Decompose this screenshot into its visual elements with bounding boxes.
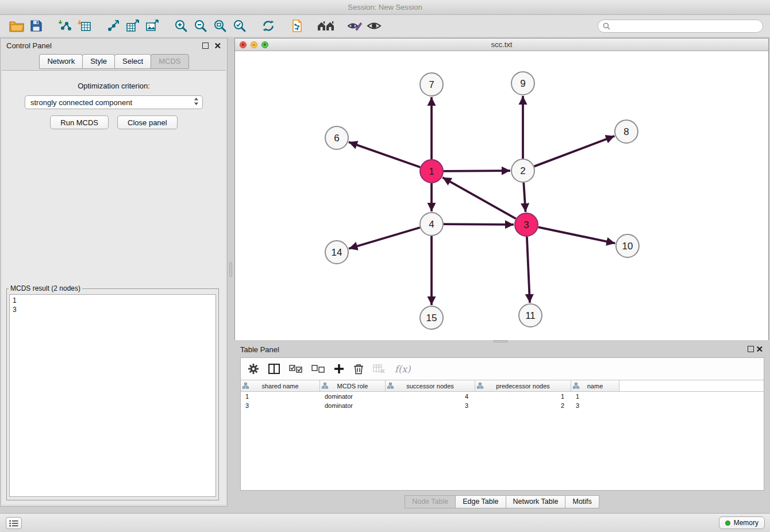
graph-node-11[interactable]: 11 bbox=[519, 304, 542, 327]
table-row[interactable]: 3dominator323 bbox=[241, 401, 764, 410]
graph-node-14[interactable]: 14 bbox=[325, 241, 348, 264]
memory-button[interactable]: Memory bbox=[719, 516, 765, 529]
close-table-panel-icon[interactable]: ✕ bbox=[756, 344, 763, 354]
mcds-result-list[interactable]: 13 bbox=[9, 294, 216, 497]
column-header-label: shared name bbox=[261, 383, 298, 390]
graph-node-3[interactable]: 3 bbox=[515, 213, 538, 236]
import-table-button[interactable] bbox=[75, 17, 94, 34]
graph-edge-2-8[interactable] bbox=[534, 136, 615, 167]
zoom-in-icon bbox=[174, 19, 188, 33]
function-builder-button[interactable]: f(x) bbox=[395, 364, 410, 375]
window-close-icon[interactable]: × bbox=[240, 41, 247, 48]
graph-node-8[interactable]: 8 bbox=[615, 120, 638, 143]
table-cell[interactable]: dominator bbox=[320, 402, 386, 409]
show-columns-button[interactable] bbox=[268, 364, 280, 374]
graph-edge-4-14[interactable] bbox=[349, 228, 420, 249]
apply-style-button[interactable] bbox=[345, 17, 364, 34]
show-graphics-details-button[interactable] bbox=[364, 17, 384, 34]
column-header-mcds-role[interactable]: MCDS role bbox=[320, 380, 386, 391]
network-graph[interactable]: 7968124314101511 bbox=[235, 51, 768, 340]
save-session-button[interactable] bbox=[26, 17, 46, 34]
close-panel-icon[interactable]: ✕ bbox=[214, 43, 221, 49]
import-network-button[interactable] bbox=[55, 17, 75, 34]
graph-edge-2-3[interactable] bbox=[523, 183, 525, 212]
panel-splitter-vertical[interactable] bbox=[229, 38, 233, 507]
mcds-result-item: 3 bbox=[13, 305, 213, 314]
delete-table-button[interactable] bbox=[373, 364, 386, 374]
float-panel-icon[interactable] bbox=[202, 43, 209, 49]
first-neighbors-button[interactable] bbox=[316, 17, 336, 34]
table-panel-header: Table Panel ✕ bbox=[234, 342, 769, 356]
table-cell[interactable]: dominator bbox=[320, 393, 386, 400]
control-tab-style[interactable]: Style bbox=[82, 54, 115, 69]
float-table-panel-icon[interactable] bbox=[748, 346, 754, 352]
graph-edge-3-11[interactable] bbox=[527, 237, 530, 303]
window-zoom-icon[interactable]: + bbox=[261, 41, 268, 48]
table-options-button[interactable] bbox=[248, 363, 259, 375]
column-header-name[interactable]: name bbox=[571, 380, 619, 391]
table-cell[interactable]: 1 bbox=[241, 393, 320, 400]
graph-edge-1-2[interactable] bbox=[444, 171, 510, 171]
run-mcds-button[interactable]: Run MCDS bbox=[50, 115, 109, 129]
graph-node-1[interactable]: 1 bbox=[420, 160, 443, 183]
control-tab-select[interactable]: Select bbox=[114, 54, 151, 69]
graph-node-2[interactable]: 2 bbox=[511, 159, 534, 182]
column-header-shared-name[interactable]: shared name bbox=[241, 380, 320, 391]
mcds-panel: Optimization criterion: strongly connect… bbox=[2, 70, 226, 504]
delete-columns-button[interactable] bbox=[353, 363, 364, 375]
task-history-button[interactable] bbox=[6, 517, 22, 529]
graph-node-15[interactable]: 15 bbox=[420, 306, 443, 329]
control-tab-mcds[interactable]: MCDS bbox=[151, 54, 188, 69]
column-header-predecessor-nodes[interactable]: predecessor nodes bbox=[475, 380, 571, 391]
table-tab-node-table[interactable]: Node Table bbox=[405, 495, 456, 508]
open-session-button[interactable] bbox=[7, 17, 26, 34]
table-cell[interactable]: 3 bbox=[571, 402, 619, 409]
window-titlebar: Session: New Session bbox=[0, 0, 770, 15]
table-tab-motifs[interactable]: Motifs bbox=[565, 495, 599, 508]
control-tab-network[interactable]: Network bbox=[39, 54, 83, 69]
import-table-icon bbox=[78, 19, 91, 33]
select-all-button[interactable] bbox=[289, 365, 302, 373]
zoom-selected-button[interactable] bbox=[230, 17, 249, 34]
table-row[interactable]: 1dominator411 bbox=[241, 392, 764, 401]
export-table-button[interactable] bbox=[123, 17, 143, 34]
graph-node-6[interactable]: 6 bbox=[325, 126, 348, 149]
graph-node-10[interactable]: 10 bbox=[616, 234, 639, 257]
graph-node-9[interactable]: 9 bbox=[511, 72, 534, 95]
table-tab-network-table[interactable]: Network Table bbox=[506, 495, 566, 508]
zoom-fit-button[interactable] bbox=[210, 17, 230, 34]
column-sort-icon bbox=[322, 383, 328, 390]
search-field[interactable] bbox=[598, 20, 763, 33]
graph-edge-3-10[interactable] bbox=[538, 227, 615, 243]
table-cell[interactable]: 4 bbox=[386, 393, 475, 400]
create-column-button[interactable] bbox=[334, 364, 344, 374]
export-network-button[interactable] bbox=[103, 17, 123, 34]
deselect-all-button[interactable] bbox=[311, 365, 325, 373]
graph-edge-4-3[interactable] bbox=[444, 224, 514, 225]
zoom-out-button[interactable] bbox=[191, 17, 210, 34]
column-header-successor-nodes[interactable]: successor nodes bbox=[386, 380, 475, 391]
window-minimize-icon[interactable]: − bbox=[251, 41, 257, 48]
close-panel-button[interactable]: Close panel bbox=[117, 115, 178, 129]
double-home-icon bbox=[317, 20, 335, 32]
refresh-view-button[interactable] bbox=[259, 17, 278, 34]
svg-text:1: 1 bbox=[429, 166, 434, 177]
optimization-criterion-select[interactable]: strongly connected component bbox=[25, 95, 203, 109]
network-canvas[interactable]: 7968124314101511 bbox=[235, 51, 768, 340]
graph-node-7[interactable]: 7 bbox=[420, 73, 443, 96]
network-window-title: scc.txt bbox=[491, 40, 513, 49]
search-input[interactable] bbox=[613, 22, 758, 30]
clone-network-button[interactable] bbox=[287, 17, 307, 34]
graph-edge-3-1[interactable] bbox=[442, 178, 516, 219]
table-cell[interactable]: 2 bbox=[475, 402, 571, 409]
zoom-in-button[interactable] bbox=[171, 17, 191, 34]
export-image-button[interactable] bbox=[143, 17, 162, 34]
graph-node-4[interactable]: 4 bbox=[420, 213, 443, 236]
table-cell[interactable]: 3 bbox=[241, 402, 320, 409]
table-cell[interactable]: 3 bbox=[386, 402, 475, 409]
table-cell[interactable]: 1 bbox=[475, 393, 571, 400]
column-sort-icon bbox=[387, 383, 394, 390]
table-tab-edge-table[interactable]: Edge Table bbox=[455, 495, 506, 508]
graph-edge-1-6[interactable] bbox=[349, 142, 420, 167]
table-cell[interactable]: 1 bbox=[571, 393, 619, 400]
